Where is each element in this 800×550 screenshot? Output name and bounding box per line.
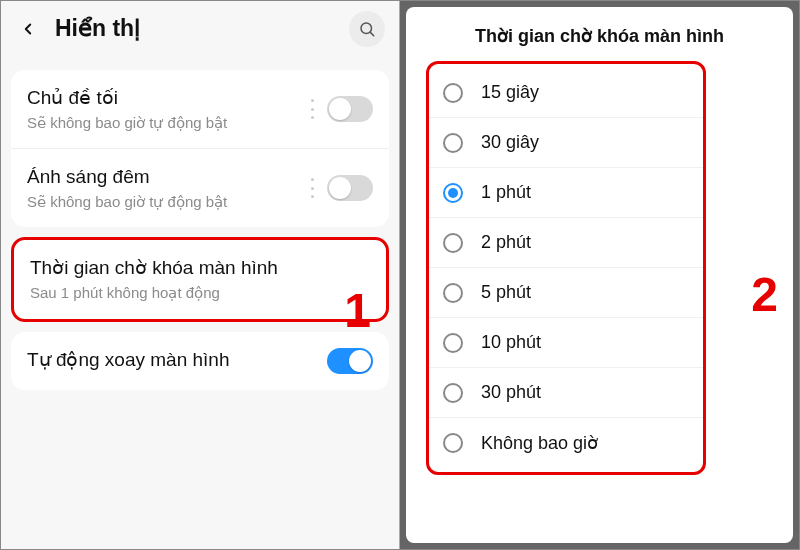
row-night-light[interactable]: Ánh sáng đêm Sẽ không bao giờ tự động bậ…	[11, 148, 389, 227]
radio-icon	[443, 433, 463, 453]
radio-group: 15 giây30 giây1 phút2 phút5 phút10 phút3…	[426, 61, 706, 475]
radio-label: Không bao giờ	[481, 432, 598, 454]
night-light-toggle[interactable]	[327, 175, 373, 201]
dark-theme-toggle[interactable]	[327, 96, 373, 122]
page-title: Hiển thị	[55, 15, 140, 42]
settings-group-1: Chủ đề tối Sẽ không bao giờ tự động bật …	[11, 70, 389, 227]
radio-icon	[443, 183, 463, 203]
radio-icon	[443, 283, 463, 303]
radio-option[interactable]: 10 phút	[429, 318, 703, 368]
settings-group-2: Tự động xoay màn hình	[11, 332, 389, 390]
row-title: Chủ đề tối	[27, 86, 303, 111]
svg-line-1	[370, 32, 373, 35]
timeout-dialog-pane: Thời gian chờ khóa màn hình 15 giây30 gi…	[400, 1, 799, 549]
radio-icon	[443, 383, 463, 403]
radio-label: 1 phút	[481, 182, 531, 203]
search-button[interactable]	[349, 11, 385, 47]
row-dark-theme[interactable]: Chủ đề tối Sẽ không bao giờ tự động bật	[11, 70, 389, 148]
settings-group-timeout: Thời gian chờ khóa màn hình Sau 1 phút k…	[11, 237, 389, 321]
row-subtitle: Sẽ không bao giờ tự động bật	[27, 113, 303, 133]
row-title: Ánh sáng đêm	[27, 165, 303, 190]
radio-label: 30 giây	[481, 132, 539, 153]
row-title: Thời gian chờ khóa màn hình	[30, 256, 362, 281]
radio-option[interactable]: 1 phút	[429, 168, 703, 218]
radio-option[interactable]: 15 giây	[429, 68, 703, 118]
radio-icon	[443, 333, 463, 353]
row-screen-timeout[interactable]: Thời gian chờ khóa màn hình Sau 1 phút k…	[14, 240, 386, 318]
radio-label: 2 phút	[481, 232, 531, 253]
settings-display-pane: Hiển thị Chủ đề tối Sẽ không bao giờ tự …	[1, 1, 400, 549]
back-icon[interactable]	[17, 18, 39, 40]
dialog-title: Thời gian chờ khóa màn hình	[406, 17, 793, 61]
row-subtitle: Sẽ không bao giờ tự động bật	[27, 192, 303, 212]
radio-label: 15 giây	[481, 82, 539, 103]
more-icon	[311, 178, 315, 198]
auto-rotate-toggle[interactable]	[327, 348, 373, 374]
radio-option[interactable]: 30 giây	[429, 118, 703, 168]
radio-option[interactable]: 5 phút	[429, 268, 703, 318]
radio-icon	[443, 83, 463, 103]
header: Hiển thị	[1, 1, 399, 60]
radio-label: 10 phút	[481, 332, 541, 353]
dialog-sheet: Thời gian chờ khóa màn hình 15 giây30 gi…	[406, 7, 793, 543]
radio-option[interactable]: 30 phút	[429, 368, 703, 418]
radio-label: 5 phút	[481, 282, 531, 303]
callout-number-2: 2	[751, 267, 778, 322]
row-subtitle: Sau 1 phút không hoạt động	[30, 283, 362, 303]
radio-label: 30 phút	[481, 382, 541, 403]
radio-option[interactable]: 2 phút	[429, 218, 703, 268]
radio-option[interactable]: Không bao giờ	[429, 418, 703, 468]
row-auto-rotate[interactable]: Tự động xoay màn hình	[11, 332, 389, 390]
radio-icon	[443, 133, 463, 153]
more-icon	[311, 99, 315, 119]
search-icon	[358, 20, 376, 38]
radio-icon	[443, 233, 463, 253]
row-title: Tự động xoay màn hình	[27, 348, 319, 373]
